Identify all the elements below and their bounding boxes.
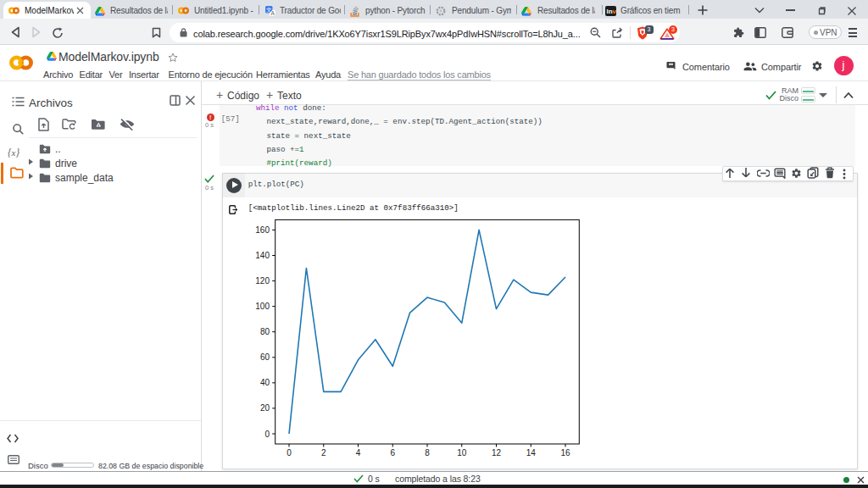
svg-text:2: 2 xyxy=(321,448,326,458)
svg-text:0: 0 xyxy=(287,448,292,458)
svg-text:16: 16 xyxy=(560,448,570,458)
svg-text:4: 4 xyxy=(356,448,361,458)
svg-text:100: 100 xyxy=(255,302,270,311)
svg-text:8: 8 xyxy=(425,448,430,458)
svg-text:120: 120 xyxy=(255,276,270,286)
svg-text:60: 60 xyxy=(260,352,270,362)
svg-text:14: 14 xyxy=(526,448,537,458)
svg-text:140: 140 xyxy=(255,251,270,260)
svg-text:12: 12 xyxy=(492,448,502,458)
svg-text:6: 6 xyxy=(390,448,395,458)
svg-text:0: 0 xyxy=(264,430,270,439)
svg-text:40: 40 xyxy=(260,378,270,387)
svg-text:A: A xyxy=(270,10,275,16)
svg-text:160: 160 xyxy=(255,225,270,235)
svg-text:10: 10 xyxy=(457,448,467,458)
svg-text:20: 20 xyxy=(260,403,270,413)
svg-text:80: 80 xyxy=(260,327,270,336)
